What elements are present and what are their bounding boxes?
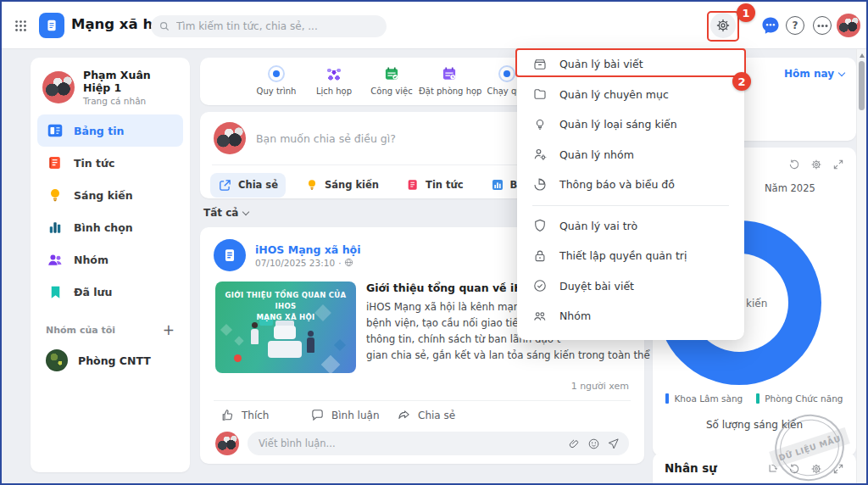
annotation-box-step2: [515, 48, 746, 77]
post-image[interactable]: GIỚI THIỆU TỔNG QUAN CỦA IHOS MẠNG XÃ HỘ…: [215, 282, 356, 373]
quick-action-cong-viec[interactable]: Công việc: [361, 64, 422, 96]
comment-input-wrap: [248, 432, 629, 455]
gear-icon[interactable]: [810, 463, 822, 475]
help-button[interactable]: ?: [786, 16, 804, 35]
meeting-icon: [326, 65, 342, 82]
refresh-icon[interactable]: [788, 159, 800, 170]
user-gear-icon: [532, 147, 548, 162]
sidebar-item-tin-tuc[interactable]: Tin tức: [37, 147, 183, 179]
today-filter[interactable]: Hôm nay: [784, 68, 844, 80]
messenger-icon: [760, 14, 782, 36]
news-icon: [406, 178, 420, 192]
menu-item-nhom[interactable]: Nhóm: [517, 301, 744, 332]
quick-action-lich-hop[interactable]: Lịch họp: [303, 64, 364, 96]
menu-item-quan-ly-chuyen-muc[interactable]: Quản lý chuyên mục: [517, 80, 744, 110]
feed-filter[interactable]: Tất cả: [203, 207, 248, 219]
chevron-down-icon: [242, 208, 249, 215]
my-groups-label: Nhóm của tôi: [46, 325, 115, 336]
legend-swatch: [665, 393, 669, 404]
run-process-icon: [498, 65, 515, 82]
send-icon[interactable]: [607, 438, 620, 450]
sidebar-item-bang-tin[interactable]: Bảng tin: [37, 114, 183, 147]
sidebar-item-label: Đã lưu: [74, 286, 112, 298]
more-icon: [821, 25, 824, 27]
post-author-avatar[interactable]: [214, 239, 246, 271]
hr-card-title: Nhân sự: [665, 461, 717, 475]
post-meta: 07/10/2025 23:10 ·: [255, 258, 360, 268]
pivot-icon[interactable]: [766, 463, 778, 475]
group-label: Phòng CNTT: [78, 354, 151, 367]
chart-title: Số lượng sáng kiến: [653, 419, 856, 431]
chevron-down-icon: [838, 69, 845, 75]
composer-placeholder[interactable]: Bạn muốn chia sẻ điều gì?: [256, 132, 396, 145]
sidebar-item-sang-kien[interactable]: Sáng kiến: [37, 179, 183, 211]
sidebar-item-label: Sáng kiến: [74, 189, 133, 202]
share-button[interactable]: Chia sẻ: [397, 408, 455, 422]
attach-icon[interactable]: [568, 438, 581, 450]
post-image-caption: GIỚI THIỆU TỔNG QUAN CỦA IHOS MẠNG XÃ HỘ…: [215, 282, 356, 322]
like-icon: [220, 408, 235, 422]
poll-icon: [46, 218, 64, 237]
scrollbar[interactable]: [856, 49, 866, 483]
profile-avatar: [42, 71, 75, 103]
profile-name: Phạm Xuân Hiệp 1: [83, 69, 178, 94]
quick-action-dat-phong-hop[interactable]: Đặt phòng họp: [419, 64, 480, 96]
expand-icon[interactable]: [832, 463, 844, 475]
comment-button[interactable]: Bình luận: [310, 408, 380, 422]
sidebar-item-da-luu[interactable]: Đã lưu: [37, 276, 183, 308]
post-author-name[interactable]: iHOS Mạng xã hội: [255, 243, 360, 256]
apps-grid-icon[interactable]: [14, 19, 28, 33]
annotation-badge-1: 1: [737, 3, 755, 22]
menu-item-thiet-lap-quyen-quan-tri[interactable]: Thiết lập quyền quản trị: [517, 241, 744, 271]
legend-item[interactable]: Phòng Chức năng: [756, 393, 843, 404]
shield-icon: [532, 218, 548, 233]
post-view-count[interactable]: 1 người xem: [571, 381, 629, 392]
process-icon: [268, 65, 285, 82]
folder-icon: [532, 86, 548, 102]
menu-item-quan-ly-loai-sang-kien[interactable]: Quản lý loại sáng kiến: [517, 109, 744, 140]
illustration-machine: [268, 326, 302, 358]
legend-item[interactable]: Khoa Lâm sàng: [665, 393, 743, 404]
check-circle-icon: [532, 278, 548, 293]
divider: [214, 400, 631, 401]
composer-tab-sang-kien[interactable]: Sáng kiến: [298, 173, 387, 197]
sidebar-item-binh-chon[interactable]: Bình chọn: [37, 211, 183, 243]
quick-action-quy-trinh[interactable]: Quy trình: [246, 64, 307, 96]
messenger-button[interactable]: [758, 13, 783, 38]
room-calendar-icon: [441, 65, 458, 82]
sidebar-group-phong-cntt[interactable]: Phòng CNTT: [31, 343, 190, 378]
app-logo-icon[interactable]: [39, 13, 64, 38]
menu-item-quan-ly-nhom[interactable]: Quản lý nhóm: [517, 140, 744, 170]
like-button[interactable]: Thích: [220, 408, 269, 422]
sidebar-item-nhom[interactable]: Nhóm: [37, 243, 183, 276]
lock-icon: [532, 248, 548, 264]
donut-center-label: kiến: [746, 298, 767, 309]
menu-item-thong-bao-va-bieu-do[interactable]: Thông báo và biểu đồ: [517, 170, 744, 200]
expand-icon[interactable]: [832, 159, 844, 170]
profile-link[interactable]: Phạm Xuân Hiệp 1 Trang cá nhân: [31, 58, 190, 114]
comment-input[interactable]: [248, 438, 568, 449]
gear-icon[interactable]: [810, 159, 822, 170]
add-group-button[interactable]: +: [163, 323, 175, 337]
search-icon: [159, 20, 170, 32]
scrollbar-up-arrow[interactable]: [860, 53, 865, 58]
saved-icon: [46, 282, 64, 301]
refresh-icon[interactable]: [788, 463, 800, 475]
sidebar-item-label: Bảng tin: [74, 125, 124, 137]
pie-icon: [532, 177, 548, 192]
menu-item-quan-ly-vai-tro[interactable]: Quản lý vai trò: [517, 211, 744, 242]
user-avatar[interactable]: [837, 14, 860, 37]
sidebar: Phạm Xuân Hiệp 1 Trang cá nhân Bảng tin …: [31, 58, 190, 472]
more-button[interactable]: [813, 16, 832, 35]
emoji-icon[interactable]: [587, 438, 600, 450]
composer-tab-chia-se[interactable]: Chia sẻ: [210, 173, 286, 198]
group-avatar: [46, 349, 68, 371]
legend-swatch: [756, 393, 760, 404]
scrollbar-thumb[interactable]: [859, 61, 865, 110]
app-window: Mạng xã hội ? 1: [0, 0, 868, 485]
annotation-badge-2: 2: [732, 72, 751, 91]
composer-tab-tin-tuc[interactable]: Tin tức: [398, 173, 470, 197]
search-input[interactable]: [151, 15, 387, 37]
menu-item-duyet-bai-viet[interactable]: Duyệt bài viết: [517, 271, 744, 302]
profile-subtitle: Trang cá nhân: [83, 96, 178, 106]
